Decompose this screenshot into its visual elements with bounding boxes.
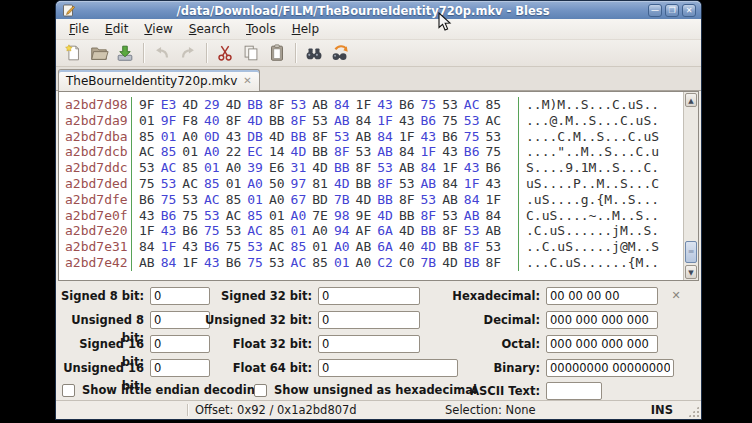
hex-byte[interactable]: 8F — [312, 129, 328, 145]
unsigned-hex-checkbox[interactable] — [254, 384, 267, 397]
hex-byte[interactable]: 4D — [421, 239, 437, 255]
row-bytes[interactable]: AB841F43B67553AC8501A0C2C07B4DBB8F — [131, 255, 519, 271]
hex-byte[interactable]: E6 — [269, 160, 285, 176]
hex-byte[interactable]: BB — [399, 208, 415, 224]
hex-byte[interactable]: DB — [247, 129, 263, 145]
hex-byte[interactable]: 8F — [291, 113, 307, 129]
hex-byte[interactable]: 43 — [204, 255, 220, 271]
hex-row[interactable]: a2bd7e0f43B67553AC8501A07E989E4DBB8F53AB… — [59, 208, 682, 224]
menu-help[interactable]: Help — [284, 20, 327, 38]
hex-byte[interactable]: AB — [486, 223, 502, 239]
hex-byte[interactable]: BB — [421, 223, 437, 239]
hex-byte[interactable]: AC — [247, 223, 263, 239]
hex-byte[interactable]: 53 — [334, 129, 350, 145]
hex-view[interactable]: a2bd7d989FE34D294DBB8F53AB841F43B67553AC… — [58, 91, 699, 281]
menu-edit[interactable]: Edit — [97, 20, 136, 38]
hex-byte[interactable]: A0 — [247, 176, 263, 192]
hex-byte[interactable]: 1F — [399, 129, 415, 145]
hex-byte[interactable]: 7B — [421, 255, 437, 271]
row-ascii[interactable]: S....9.1M..S...C. — [519, 160, 659, 176]
hex-row[interactable]: a2bd7ded7553AC8501A05097814DBB8F53AB841F… — [59, 176, 682, 192]
hex-byte[interactable]: 8F — [269, 97, 285, 113]
hex-byte[interactable]: BD — [312, 192, 328, 208]
hex-row[interactable]: a2bd7e42AB841F43B67553AC8501A0C2C07B4DBB… — [59, 255, 682, 271]
hex-byte[interactable]: 84 — [139, 239, 155, 255]
hex-byte[interactable]: 29 — [204, 97, 220, 113]
menu-tools[interactable]: Tools — [238, 20, 284, 38]
hex-byte[interactable]: 43 — [399, 113, 415, 129]
hex-byte[interactable]: 8F — [486, 255, 502, 271]
row-bytes[interactable]: 019FF8408F4DBB8F53AB841F43B67553AC — [131, 113, 519, 129]
hex-byte[interactable]: B6 — [182, 223, 198, 239]
hex-byte[interactable]: 8F — [377, 176, 393, 192]
hex-byte[interactable]: A0 — [291, 208, 307, 224]
cut-button[interactable] — [212, 41, 238, 65]
hex-byte[interactable]: AF — [356, 223, 372, 239]
hex-byte[interactable]: 39 — [247, 160, 263, 176]
octal-input[interactable] — [546, 335, 658, 353]
row-bytes[interactable]: 1F43B67553AC8501A094AF6A4DBB8F53AB — [131, 223, 519, 239]
row-bytes[interactable]: 7553AC8501A05097814DBB8F53AB841F43 — [131, 176, 519, 192]
hex-byte[interactable]: 01 — [291, 223, 307, 239]
hex-byte[interactable]: B6 — [226, 255, 242, 271]
hex-byte[interactable]: AC — [226, 208, 242, 224]
hex-byte[interactable]: 01 — [161, 129, 177, 145]
hex-byte[interactable]: AC — [161, 160, 177, 176]
hex-byte[interactable]: AB — [399, 160, 415, 176]
hex-byte[interactable]: BB — [464, 255, 480, 271]
redo-button[interactable] — [175, 41, 201, 65]
hex-byte[interactable]: AC — [486, 113, 502, 129]
hex-byte[interactable]: 6A — [377, 239, 393, 255]
hex-byte[interactable]: C0 — [399, 255, 415, 271]
hex-byte[interactable]: B6 — [486, 160, 502, 176]
hex-byte[interactable]: 75 — [486, 144, 502, 160]
hex-byte[interactable]: 84 — [377, 129, 393, 145]
hex-byte[interactable]: A0 — [334, 239, 350, 255]
hex-byte[interactable]: 01 — [204, 160, 220, 176]
paste-button[interactable] — [264, 41, 290, 65]
hex-byte[interactable]: 4D — [334, 176, 350, 192]
hex-byte[interactable]: 9F — [161, 113, 177, 129]
hex-byte[interactable]: AC — [204, 192, 220, 208]
menu-view[interactable]: View — [136, 20, 180, 38]
resize-grip[interactable] — [688, 406, 699, 417]
hex-row[interactable]: a2bd7e201F43B67553AC8501A094AF6A4DBB8F53… — [59, 223, 682, 239]
hex-byte[interactable]: 53 — [399, 176, 415, 192]
hex-byte[interactable]: 85 — [247, 208, 263, 224]
row-ascii[interactable]: ..C.uS.....j@M..S — [519, 239, 659, 255]
hex-byte[interactable]: 53 — [269, 255, 285, 271]
hex-byte[interactable]: 75 — [139, 176, 155, 192]
hex-byte[interactable]: 85 — [204, 176, 220, 192]
hex-byte[interactable]: 94 — [334, 223, 350, 239]
new-button[interactable] — [60, 41, 86, 65]
hex-byte[interactable]: 50 — [269, 176, 285, 192]
hex-byte[interactable]: AC — [291, 255, 307, 271]
hex-byte[interactable]: BB — [269, 113, 285, 129]
hex-byte[interactable]: B6 — [204, 239, 220, 255]
hex-byte[interactable]: 75 — [421, 97, 437, 113]
hex-row[interactable]: a2bd7dba8501A00D43DB4DBB8F53AB841F43B675… — [59, 129, 682, 145]
hex-byte[interactable]: 84 — [161, 255, 177, 271]
hex-byte[interactable]: 8F — [399, 192, 415, 208]
hex-byte[interactable]: 84 — [464, 192, 480, 208]
decimal-input[interactable] — [546, 311, 658, 329]
hex-byte[interactable]: 1F — [421, 144, 437, 160]
float32-input[interactable] — [318, 335, 420, 353]
hex-byte[interactable]: AB — [356, 129, 372, 145]
hex-byte[interactable]: 53 — [377, 160, 393, 176]
hex-byte[interactable]: 4D — [182, 97, 198, 113]
row-bytes[interactable]: 8501A00D43DB4DBB8F53AB841F43B67553 — [131, 129, 519, 145]
tab-close-icon[interactable]: ✕ — [243, 75, 251, 86]
hex-byte[interactable]: 9E — [356, 208, 372, 224]
hex-byte[interactable]: 0D — [204, 129, 220, 145]
hex-byte[interactable]: 43 — [139, 208, 155, 224]
menu-file[interactable]: File — [61, 20, 97, 38]
hex-byte[interactable]: F8 — [182, 113, 198, 129]
hex-byte[interactable]: 85 — [291, 239, 307, 255]
hex-byte[interactable]: 8F — [464, 239, 480, 255]
row-ascii[interactable]: ..M)M..S...C.uS.. — [519, 97, 659, 113]
hex-byte[interactable]: EC — [247, 144, 263, 160]
ascii-text-input[interactable] — [546, 382, 602, 400]
hex-byte[interactable]: 84 — [421, 160, 437, 176]
hex-byte[interactable]: AB — [464, 208, 480, 224]
